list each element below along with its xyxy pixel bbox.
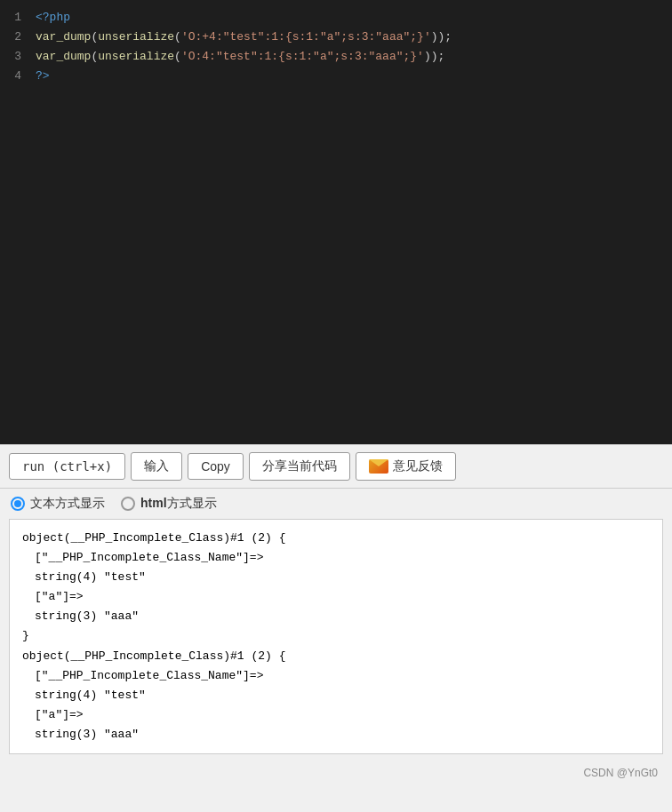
output-line-2: ["__PHP_Incomplete_Class_Name"]=> [22, 548, 650, 568]
text-mode-option[interactable]: 文本方式显示 [11, 496, 105, 512]
code-line-3: 3 var_dump(unserialize('O:4:"test":1:{s:… [0, 48, 672, 68]
html-mode-label: html方式显示 [140, 496, 217, 512]
output-area: object(__PHP_Incomplete_Class)#1 (2) { [… [9, 519, 663, 754]
share-button[interactable]: 分享当前代码 [249, 452, 350, 481]
output-line-3: string(4) "test" [22, 568, 650, 587]
output-line-1: object(__PHP_Incomplete_Class)#1 (2) { [22, 529, 650, 548]
output-line-11: string(3) "aaa" [22, 725, 650, 744]
text-mode-radio[interactable] [11, 497, 25, 511]
output-line-4: ["a"]=> [22, 587, 650, 607]
display-mode-selector: 文本方式显示 html方式显示 [0, 489, 672, 519]
footer-credit: CSDN @YnGt0 [0, 763, 672, 783]
email-icon [369, 459, 388, 474]
code-line-4: 4 ?> [0, 68, 672, 87]
input-button[interactable]: 输入 [131, 452, 182, 481]
code-editor[interactable]: 1 <?php 2 var_dump(unserialize('O:+4:"te… [0, 0, 672, 444]
output-line-9: string(4) "test" [22, 686, 650, 705]
html-mode-radio[interactable] [121, 497, 135, 511]
code-line-2: 2 var_dump(unserialize('O:+4:"test":1:{s… [0, 28, 672, 48]
text-mode-label: 文本方式显示 [30, 496, 105, 512]
run-button[interactable]: run (ctrl+x) [9, 453, 125, 480]
html-mode-option[interactable]: html方式显示 [121, 496, 217, 512]
feedback-button[interactable]: 意见反馈 [356, 452, 456, 481]
feedback-label: 意见反馈 [393, 458, 443, 474]
output-line-5: string(3) "aaa" [22, 607, 650, 626]
output-line-7: object(__PHP_Incomplete_Class)#1 (2) { [22, 647, 650, 666]
copy-button[interactable]: Copy [188, 453, 244, 480]
output-line-10: ["a"]=> [22, 705, 650, 725]
toolbar: run (ctrl+x) 输入 Copy 分享当前代码 意见反馈 [0, 444, 672, 489]
output-line-8: ["__PHP_Incomplete_Class_Name"]=> [22, 666, 650, 686]
code-line-1: 1 <?php [0, 9, 672, 28]
output-line-6: } [22, 626, 650, 646]
